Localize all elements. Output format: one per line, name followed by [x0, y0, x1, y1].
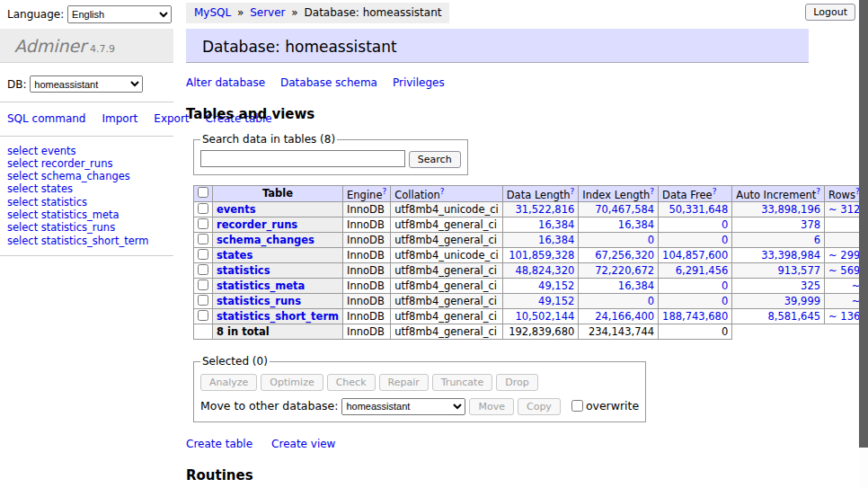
search-button[interactable]: Search: [409, 151, 461, 168]
link-alter-database[interactable]: Alter database: [186, 76, 265, 89]
auto-increment-cell: 8,581,645: [732, 309, 825, 324]
auto-increment-link-schema_changes[interactable]: 6: [814, 234, 820, 246]
data-length-link-states[interactable]: 101,859,328: [509, 249, 574, 262]
select-all-checkbox[interactable]: [198, 187, 208, 198]
drop-button[interactable]: Drop: [496, 374, 537, 391]
collation-cell: utf8mb4_general_ci: [391, 217, 503, 233]
auto-increment-link-statistics[interactable]: 913,577: [777, 264, 820, 277]
auto-increment-link-statistics_runs[interactable]: 39,999: [784, 295, 820, 307]
data-length-link-statistics_runs[interactable]: 49,152: [538, 295, 574, 307]
data-length-cell: 10,502,144: [502, 309, 579, 324]
row-checkbox[interactable]: [198, 279, 208, 290]
logout-button[interactable]: Logout: [805, 4, 855, 21]
table-link-statistics_meta[interactable]: statistics_meta: [217, 279, 305, 292]
index-length-link-schema_changes[interactable]: 0: [648, 234, 654, 246]
collation-cell: utf8mb4_unicode_ci: [391, 248, 503, 263]
table-link-statistics[interactable]: statistics: [217, 264, 270, 277]
index-length-link-states[interactable]: 67,256,320: [595, 249, 654, 262]
data-free-link-statistics[interactable]: 6,291,456: [676, 264, 729, 277]
breadcrumb-link-server[interactable]: Server: [250, 6, 285, 19]
table-link-states[interactable]: states: [217, 249, 252, 262]
index-length-link-statistics[interactable]: 72,220,672: [595, 264, 654, 277]
row-checkbox[interactable]: [198, 218, 208, 229]
sidebar-select-events[interactable]: select events: [7, 145, 173, 157]
table-link-recorder_runs[interactable]: recorder_runs: [217, 218, 297, 231]
sidebar-action-import[interactable]: Import: [102, 112, 137, 125]
sidebar-select-statistics_meta[interactable]: select statistics_meta: [7, 209, 173, 221]
row-checkbox[interactable]: [198, 203, 208, 214]
analyze-button[interactable]: Analyze: [200, 374, 257, 391]
link-database-schema[interactable]: Database schema: [280, 76, 377, 89]
index-length-link-events[interactable]: 70,467,584: [595, 203, 654, 216]
adminer-version: 4.7.9: [90, 43, 115, 55]
link-create-table[interactable]: Create table: [186, 438, 252, 450]
overwrite-checkbox[interactable]: [571, 400, 583, 412]
row-checkbox[interactable]: [198, 310, 208, 321]
data-length-link-statistics[interactable]: 48,824,320: [515, 264, 574, 277]
scrollbar-track[interactable]: [859, 0, 868, 488]
move-db-select[interactable]: homeassistant: [341, 398, 465, 415]
link-privileges[interactable]: Privileges: [393, 76, 445, 89]
search-input[interactable]: [200, 150, 405, 167]
collation-cell: utf8mb4_general_ci: [391, 294, 503, 309]
sidebar-action-export[interactable]: Export: [154, 112, 189, 125]
auto-increment-link-events[interactable]: 33,898,196: [761, 203, 820, 216]
row-check-cell: [194, 279, 213, 294]
table-link-events[interactable]: events: [217, 203, 256, 216]
sidebar-select-recorder_runs[interactable]: select recorder_runs: [7, 157, 173, 170]
data-free-link-schema_changes[interactable]: 0: [722, 234, 728, 246]
auto-increment-link-recorder_runs[interactable]: 378: [801, 218, 820, 231]
auto-increment-cell: 913,577: [732, 263, 825, 279]
help-link-collation[interactable]: ?: [440, 187, 445, 196]
data-length-link-statistics_short_term[interactable]: 10,502,144: [515, 310, 574, 323]
row-checkbox[interactable]: [198, 264, 208, 275]
sidebar-select-statistics_short_term[interactable]: select statistics_short_term: [7, 235, 173, 247]
optimize-button[interactable]: Optimize: [261, 374, 323, 391]
index-length-link-statistics_short_term[interactable]: 24,166,400: [595, 310, 654, 323]
data-free-link-events[interactable]: 50,331,648: [669, 203, 728, 216]
copy-button[interactable]: Copy: [518, 398, 561, 415]
row-checkbox[interactable]: [198, 295, 208, 306]
data-length-link-schema_changes[interactable]: 16,384: [538, 234, 574, 246]
help-link-index-length[interactable]: ?: [650, 187, 654, 196]
repair-button[interactable]: Repair: [379, 374, 429, 391]
sidebar-select-states[interactable]: select states: [7, 182, 173, 195]
index-length-link-statistics_meta[interactable]: 16,384: [618, 279, 654, 292]
truncate-button[interactable]: Truncate: [432, 374, 492, 391]
language-select[interactable]: English: [67, 5, 172, 23]
data-length-link-recorder_runs[interactable]: 16,384: [538, 218, 574, 231]
table-link-statistics_runs[interactable]: statistics_runs: [217, 295, 301, 307]
data-free-link-statistics_meta[interactable]: 0: [722, 279, 728, 292]
data-free-link-statistics_runs[interactable]: 0: [722, 295, 728, 307]
db-select[interactable]: homeassistant: [30, 75, 143, 93]
row-checkbox[interactable]: [198, 234, 208, 244]
auto-increment-link-statistics_meta[interactable]: 325: [801, 279, 820, 292]
data-length-link-events[interactable]: 31,522,816: [515, 203, 574, 216]
data-free-link-recorder_runs[interactable]: 0: [722, 218, 728, 231]
table-link-statistics_short_term[interactable]: statistics_short_term: [217, 310, 339, 323]
auto-increment-link-statistics_short_term[interactable]: 8,581,645: [768, 310, 821, 323]
move-button[interactable]: Move: [469, 398, 514, 415]
table-link-schema_changes[interactable]: schema_changes: [217, 234, 314, 246]
data-free-link-statistics_short_term[interactable]: 188,743,680: [662, 310, 728, 323]
help-link-data-length[interactable]: ?: [571, 187, 575, 196]
sidebar-select-statistics_runs[interactable]: select statistics_runs: [7, 221, 173, 234]
breadcrumb-link-mysql[interactable]: MySQL: [194, 6, 231, 19]
data-length-link-statistics_meta[interactable]: 49,152: [538, 279, 574, 292]
help-link-auto-increment[interactable]: ?: [816, 187, 820, 196]
index-length-link-statistics_runs[interactable]: 0: [648, 295, 654, 307]
index-length-link-recorder_runs[interactable]: 16,384: [618, 218, 654, 231]
sidebar-select-schema_changes[interactable]: select schema_changes: [7, 170, 173, 182]
row-checkbox[interactable]: [198, 249, 208, 260]
help-link-data-free[interactable]: ?: [713, 187, 717, 196]
sidebar-select-statistics[interactable]: select statistics: [7, 196, 173, 209]
breadcrumb-separator: »: [234, 6, 247, 19]
sidebar-action-sql-command[interactable]: SQL command: [7, 112, 85, 125]
scrollbar-thumb[interactable]: [859, 0, 868, 448]
check-button[interactable]: Check: [327, 374, 376, 391]
data-free-link-states[interactable]: 104,857,600: [662, 249, 728, 262]
link-create-view[interactable]: Create view: [271, 438, 335, 450]
data-length-cell: 16,384: [502, 217, 579, 233]
help-link-engine[interactable]: ?: [382, 187, 386, 196]
auto-increment-link-states[interactable]: 33,398,984: [761, 249, 820, 262]
